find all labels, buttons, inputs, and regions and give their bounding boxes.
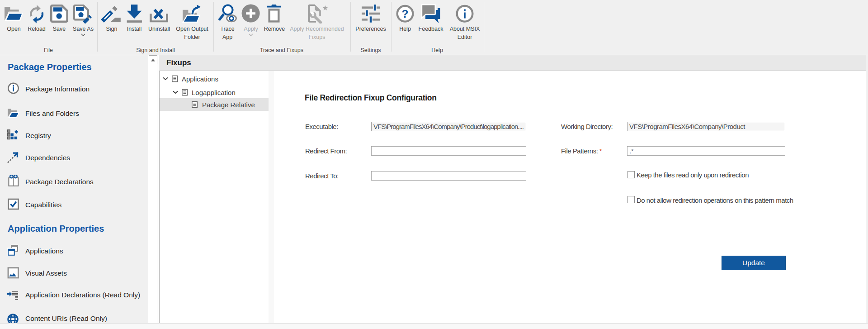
svg-text:?: ? xyxy=(402,8,409,20)
